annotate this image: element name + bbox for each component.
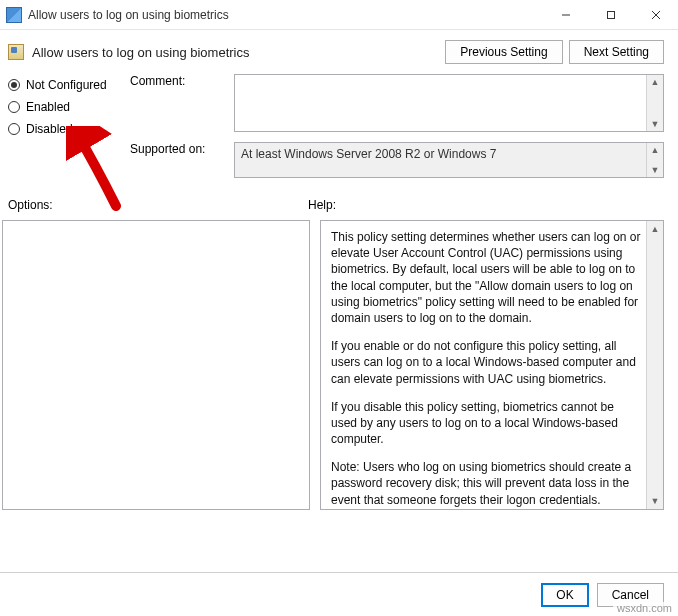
state-and-comment-row: Not Configured Enabled Disabled Comment:… [8,74,664,136]
supported-on-text: At least Windows Server 2008 R2 or Windo… [241,147,496,161]
minimize-button[interactable] [543,0,588,29]
scrollbar[interactable]: ▲ ▼ [646,221,663,509]
ok-button[interactable]: OK [541,583,588,607]
titlebar-left: Allow users to log on using biometrics [6,7,229,23]
radio-disabled[interactable]: Disabled [8,122,116,136]
radio-label: Disabled [26,122,73,136]
radio-enabled[interactable]: Enabled [8,100,116,114]
radio-icon [8,101,20,113]
footer: OK Cancel [0,572,678,616]
scroll-up-icon[interactable]: ▲ [651,77,660,87]
window-controls [543,0,678,29]
scroll-down-icon[interactable]: ▼ [651,495,660,507]
spacer [8,142,116,146]
header-left: Allow users to log on using biometrics [8,44,250,60]
supported-row: Supported on: At least Windows Server 20… [8,142,664,178]
comment-textarea[interactable]: ▲ ▼ [234,74,664,132]
options-panel [2,220,310,510]
scroll-down-icon[interactable]: ▼ [651,119,660,129]
policy-icon [8,44,24,60]
supported-label: Supported on: [130,142,220,156]
radio-label: Not Configured [26,78,107,92]
help-paragraph: This policy setting determines whether u… [331,229,641,326]
radio-group-col: Not Configured Enabled Disabled [8,74,116,136]
scroll-down-icon[interactable]: ▼ [651,165,660,175]
window-title: Allow users to log on using biometrics [28,8,229,22]
help-paragraph: If you enable or do not configure this p… [331,338,641,387]
content: Not Configured Enabled Disabled Comment:… [0,70,678,178]
radio-icon [8,79,20,91]
nav-buttons: Previous Setting Next Setting [445,40,664,64]
comment-label: Comment: [130,74,220,88]
supported-on-box: At least Windows Server 2008 R2 or Windo… [234,142,664,178]
radio-icon [8,123,20,135]
state-radio-group: Not Configured Enabled Disabled [8,78,116,136]
titlebar: Allow users to log on using biometrics [0,0,678,30]
maximize-button[interactable] [588,0,633,29]
radio-label: Enabled [26,100,70,114]
close-button[interactable] [633,0,678,29]
watermark: wsxdn.com [613,602,676,614]
header-row: Allow users to log on using biometrics P… [0,30,678,70]
panels: This policy setting determines whether u… [0,216,678,510]
panel-labels: Options: Help: [0,184,678,216]
previous-setting-button[interactable]: Previous Setting [445,40,562,64]
app-icon [6,7,22,23]
next-setting-button[interactable]: Next Setting [569,40,664,64]
help-paragraph: Note: Users who log on using biometrics … [331,459,641,508]
help-label: Help: [308,198,664,212]
options-label: Options: [8,198,308,212]
scroll-up-icon[interactable]: ▲ [651,223,660,235]
scroll-up-icon[interactable]: ▲ [651,145,660,155]
radio-not-configured[interactable]: Not Configured [8,78,116,92]
policy-title: Allow users to log on using biometrics [32,45,250,60]
help-panel[interactable]: This policy setting determines whether u… [320,220,664,510]
help-paragraph: If you disable this policy setting, biom… [331,399,641,448]
scrollbar[interactable]: ▲ ▼ [646,75,663,131]
svg-rect-1 [607,11,614,18]
scrollbar[interactable]: ▲ ▼ [646,143,663,177]
